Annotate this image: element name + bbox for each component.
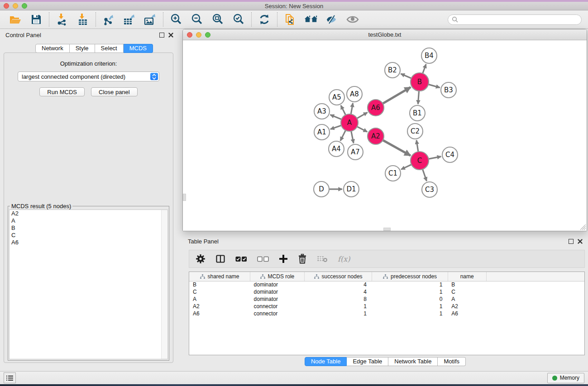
minimize-window-button[interactable] bbox=[13, 3, 18, 9]
table-row[interactable]: Bdominator41B bbox=[189, 281, 584, 288]
edge-A-A4 bbox=[340, 129, 346, 141]
table-row[interactable]: Adominator80A bbox=[189, 295, 584, 303]
refresh-button[interactable] bbox=[258, 13, 271, 26]
column-header-name[interactable]: name bbox=[448, 272, 486, 281]
column-header-predecessor-nodes[interactable]: predecessor nodes bbox=[372, 272, 448, 281]
column-header-shared-name[interactable]: shared name bbox=[189, 272, 250, 281]
network-canvas[interactable]: AA1A2A3A4A5A6A7A8BB1B2B3B4CC1C2C3C4DD1 bbox=[183, 40, 587, 231]
table-cell: connector bbox=[250, 303, 305, 310]
table-row[interactable]: Cdominator41C bbox=[189, 288, 584, 295]
tab-edge-table[interactable]: Edge Table bbox=[347, 357, 388, 366]
table-cell: dominator bbox=[250, 281, 305, 288]
result-scrollbar[interactable] bbox=[161, 210, 167, 359]
edge-C-C3 bbox=[422, 168, 427, 181]
delete-column-button[interactable] bbox=[298, 254, 307, 264]
export-image-button[interactable] bbox=[143, 13, 157, 26]
table-cell: dominator bbox=[250, 288, 305, 295]
node-table[interactable]: shared nameMCDS rolesuccessor nodesprede… bbox=[189, 272, 585, 355]
zoom-fit-button[interactable] bbox=[211, 13, 225, 26]
tab-node-table[interactable]: Node Table bbox=[305, 357, 347, 366]
column-header-mcds-role[interactable]: MCDS role bbox=[250, 272, 305, 281]
graph-node-label: C4 bbox=[445, 151, 454, 159]
result-item[interactable]: B bbox=[10, 224, 167, 232]
table-cell: 0 bbox=[372, 295, 448, 303]
column-header-filler bbox=[486, 272, 584, 281]
table-cell: 1 bbox=[304, 303, 372, 310]
close-table-panel-icon[interactable] bbox=[578, 239, 583, 244]
zoom-selected-button[interactable] bbox=[232, 13, 245, 26]
import-table-button[interactable] bbox=[76, 13, 90, 26]
tab-network[interactable]: Network bbox=[35, 44, 70, 53]
graph-node-label: A bbox=[347, 119, 352, 127]
table-cell: 1 bbox=[372, 303, 448, 310]
search-field[interactable] bbox=[448, 14, 582, 25]
show-details-button[interactable] bbox=[346, 13, 359, 26]
network-close-button[interactable] bbox=[187, 32, 192, 38]
export-image-icon bbox=[143, 13, 157, 26]
open-session-button[interactable] bbox=[9, 13, 22, 26]
result-item[interactable]: A2 bbox=[10, 210, 167, 217]
zoom-window-button[interactable] bbox=[22, 3, 27, 9]
close-panel-button[interactable]: Close panel bbox=[91, 87, 138, 96]
resize-grip-icon[interactable] bbox=[580, 224, 586, 230]
deselect-all-button[interactable] bbox=[257, 256, 269, 262]
horizontal-scrollbar-mark[interactable] bbox=[383, 228, 391, 231]
zoom-in-button[interactable] bbox=[169, 13, 183, 26]
graph-node-label: B bbox=[417, 78, 422, 86]
network-zoom-button[interactable] bbox=[205, 32, 210, 38]
column-header-successor-nodes[interactable]: successor nodes bbox=[304, 272, 372, 281]
toggle-column-view-button[interactable] bbox=[215, 254, 225, 264]
table-cell: 4 bbox=[304, 288, 372, 295]
save-session-button[interactable] bbox=[29, 13, 43, 26]
tab-motifs[interactable]: Motifs bbox=[438, 357, 466, 366]
tab-mcds[interactable]: MCDS bbox=[124, 44, 153, 53]
graph-node-label: A4 bbox=[332, 145, 341, 153]
result-item[interactable]: C bbox=[10, 232, 167, 239]
add-column-button[interactable] bbox=[279, 254, 288, 263]
result-item[interactable]: A6 bbox=[10, 239, 167, 246]
refresh-icon bbox=[258, 14, 270, 25]
search-input[interactable] bbox=[460, 16, 578, 23]
result-item[interactable]: A bbox=[10, 217, 167, 224]
edge-A-A7 bbox=[351, 130, 354, 143]
hide-details-button[interactable] bbox=[325, 13, 339, 26]
columns-icon bbox=[215, 254, 225, 264]
table-settings-button[interactable] bbox=[196, 254, 206, 264]
mcds-pane: Optimization criterion: largest connecte… bbox=[4, 52, 173, 363]
float-table-panel-icon[interactable] bbox=[569, 239, 574, 244]
select-all-button[interactable] bbox=[235, 256, 247, 262]
tab-select[interactable]: Select bbox=[95, 44, 124, 53]
delete-table-icon bbox=[317, 255, 328, 262]
network-minimize-button[interactable] bbox=[196, 32, 201, 38]
function-builder-button[interactable]: f(x) bbox=[338, 255, 350, 263]
table-cell: 1 bbox=[372, 281, 448, 288]
criterion-dropdown[interactable]: largest connected component (directed) bbox=[18, 71, 159, 81]
task-history-button[interactable] bbox=[4, 372, 16, 383]
table-row[interactable]: A6connector11A6 bbox=[189, 310, 584, 317]
zoom-out-button[interactable] bbox=[190, 13, 204, 26]
delete-table-button[interactable] bbox=[317, 255, 328, 262]
close-window-button[interactable] bbox=[4, 3, 9, 9]
graph-node-label: B1 bbox=[413, 109, 422, 117]
save-icon bbox=[30, 14, 42, 25]
float-panel-icon[interactable] bbox=[159, 33, 164, 38]
tab-network-table[interactable]: Network Table bbox=[388, 357, 438, 366]
graph-node-label: A5 bbox=[332, 93, 341, 101]
table-row[interactable]: A2connector11A2 bbox=[189, 303, 584, 310]
export-table-button[interactable] bbox=[123, 13, 136, 26]
import-network-button[interactable] bbox=[55, 13, 69, 26]
control-panel-tabs: NetworkStyleSelectMCDS bbox=[35, 44, 153, 53]
network-window-titlebar[interactable]: testGlobe.txt bbox=[183, 29, 587, 40]
home-layout-button[interactable] bbox=[304, 13, 318, 26]
table-cell: A2 bbox=[448, 303, 486, 310]
tab-style[interactable]: Style bbox=[70, 44, 95, 53]
export-network-button[interactable] bbox=[102, 13, 115, 26]
memory-button[interactable]: Memory bbox=[547, 373, 584, 383]
close-panel-icon[interactable] bbox=[168, 33, 173, 38]
vertical-scrollbar-mark[interactable] bbox=[183, 194, 186, 201]
run-mcds-button[interactable]: Run MCDS bbox=[39, 87, 85, 96]
zoom-selected-icon bbox=[232, 13, 245, 26]
graph-node-label: C2 bbox=[411, 127, 420, 135]
table-cell: B bbox=[448, 281, 486, 288]
clone-network-button[interactable] bbox=[283, 13, 297, 26]
